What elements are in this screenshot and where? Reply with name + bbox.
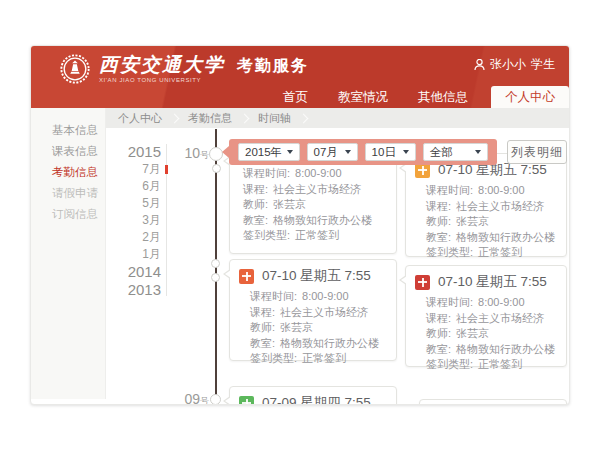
- university-name-en: XI'AN JIAO TONG UNIVERSITY: [99, 77, 225, 83]
- attendance-card[interactable]: 07-10 星期五 7:55 课程时间:8:00-9:00 课程:社会主义市场经…: [405, 153, 567, 257]
- attendance-card[interactable]: 07-09 星期四 7:55: [229, 386, 397, 405]
- university-logo-icon: [59, 53, 91, 85]
- timeline-scale: 2015 7月 6月 5月 3月 2月 1月 2014 2013: [119, 143, 161, 299]
- user-role: 学生: [531, 56, 555, 73]
- card-header: 07-10 星期五 7:55: [230, 260, 396, 288]
- chevron-right-icon: [240, 113, 250, 123]
- scale-month-mar[interactable]: 3月: [119, 212, 161, 229]
- card-header: 07-09 星期四 7:55: [230, 387, 396, 405]
- timeline-node: [210, 394, 221, 405]
- chevron-down-icon: [345, 150, 351, 154]
- timeline-node: [209, 147, 223, 161]
- card-arrow: [223, 269, 230, 279]
- app-header: 西安交通大学 XI'AN JIAO TONG UNIVERSITY 考勤服务 张…: [31, 46, 569, 108]
- sidebar-item-subscription-info[interactable]: 订阅信息: [31, 204, 105, 225]
- day-label-09: 09号: [177, 391, 209, 405]
- sign-type-icon: [415, 275, 430, 290]
- day-dropdown[interactable]: 10日: [365, 143, 416, 161]
- nav-item-other-info[interactable]: 其他信息: [418, 86, 468, 108]
- scale-month-jun[interactable]: 6月: [119, 178, 161, 195]
- nav-item-home[interactable]: 首页: [283, 86, 308, 108]
- attendance-app-window: 西安交通大学 XI'AN JIAO TONG UNIVERSITY 考勤服务 张…: [30, 45, 570, 405]
- chevron-down-icon: [403, 150, 409, 154]
- card-date: 07-10 星期五 7:55: [262, 267, 371, 285]
- sidebar-item-leave-request[interactable]: 请假申请: [31, 183, 105, 204]
- nav-item-classrooms[interactable]: 教室情况: [338, 86, 388, 108]
- breadcrumb-timeline[interactable]: 时间轴: [258, 111, 291, 126]
- chevron-down-icon: [287, 150, 293, 154]
- scale-year-2013[interactable]: 2013: [119, 281, 161, 299]
- timeline-node: [211, 273, 220, 282]
- current-month-marker: [165, 165, 168, 174]
- brand: 西安交通大学 XI'AN JIAO TONG UNIVERSITY 考勤服务: [59, 53, 309, 85]
- card-date: 07-09 星期四 7:55: [262, 394, 371, 405]
- attendance-card-partial[interactable]: [419, 399, 567, 405]
- timeline-node: [212, 164, 221, 173]
- university-name: 西安交通大学 XI'AN JIAO TONG UNIVERSITY: [99, 55, 225, 83]
- year-dropdown-value: 2015年: [245, 145, 282, 160]
- sign-type-icon: [239, 269, 254, 284]
- month-dropdown[interactable]: 07月: [307, 143, 358, 161]
- scale-month-may[interactable]: 5月: [119, 195, 161, 212]
- app-title: 考勤服务: [237, 56, 309, 83]
- card-fields: 课程时间:8:00-9:00 课程:社会主义市场经济 教师:张芸京 教室:格物致…: [406, 182, 566, 267]
- breadcrumb: 个人中心 考勤信息 时间轴: [106, 108, 570, 128]
- day-label-10: 10号: [177, 145, 209, 162]
- type-dropdown[interactable]: 全部: [423, 143, 488, 161]
- chevron-right-icon: [170, 113, 180, 123]
- card-arrow: [399, 275, 406, 285]
- timeline-node: [211, 259, 220, 268]
- breadcrumb-attendance-info[interactable]: 考勤信息: [188, 111, 232, 126]
- sidebar: 基本信息 课表信息 考勤信息 请假申请 订阅信息: [31, 108, 106, 399]
- main-nav: 首页 教室情况 其他信息 个人中心: [268, 86, 569, 108]
- sidebar-item-schedule-info[interactable]: 课表信息: [31, 141, 105, 162]
- date-filter-bar: 2015年 07月 10日 全部: [229, 139, 497, 165]
- user-account[interactable]: 张小小 学生: [474, 56, 555, 73]
- type-dropdown-value: 全部: [430, 145, 453, 160]
- scale-month-jan[interactable]: 1月: [119, 246, 161, 263]
- breadcrumb-personal-center[interactable]: 个人中心: [118, 111, 162, 126]
- scale-year-2014[interactable]: 2014: [119, 263, 161, 281]
- month-dropdown-value: 07月: [314, 145, 338, 160]
- year-dropdown[interactable]: 2015年: [238, 143, 300, 161]
- sidebar-item-basic-info[interactable]: 基本信息: [31, 120, 105, 141]
- user-name: 张小小: [490, 56, 526, 73]
- chevron-right-icon: [299, 113, 309, 123]
- person-icon: [474, 59, 485, 71]
- day-dropdown-value: 10日: [372, 145, 396, 160]
- card-header: 07-10 星期五 7:55: [406, 266, 566, 294]
- sign-type-icon: [239, 396, 254, 406]
- card-fields: 课程时间:8:00-9:00 课程:社会主义市场经济 教师:张芸京 教室:格物致…: [406, 294, 566, 379]
- list-detail-button[interactable]: 列表明细: [507, 140, 567, 164]
- attendance-card[interactable]: 07-10 星期五 7:55 课程时间:8:00-9:00 课程:社会主义市场经…: [405, 265, 567, 367]
- scale-month-jul[interactable]: 7月: [119, 161, 161, 178]
- card-arrow: [223, 396, 230, 405]
- nav-tab-personal-center[interactable]: 个人中心: [491, 86, 569, 108]
- chevron-down-icon: [475, 150, 481, 154]
- attendance-card[interactable]: 07-10 星期五 7:55 课程时间:8:00-9:00 课程:社会主义市场经…: [229, 259, 397, 361]
- card-fields: 课程时间:8:00-9:00 课程:社会主义市场经济 教师:张芸京 教室:格物致…: [230, 288, 396, 373]
- card-date: 07-10 星期五 7:55: [438, 273, 547, 291]
- university-name-cn: 西安交通大学: [99, 55, 225, 74]
- scale-year-2015[interactable]: 2015: [119, 143, 161, 161]
- scale-month-feb[interactable]: 2月: [119, 229, 161, 246]
- sidebar-item-attendance-info[interactable]: 考勤信息: [31, 162, 105, 183]
